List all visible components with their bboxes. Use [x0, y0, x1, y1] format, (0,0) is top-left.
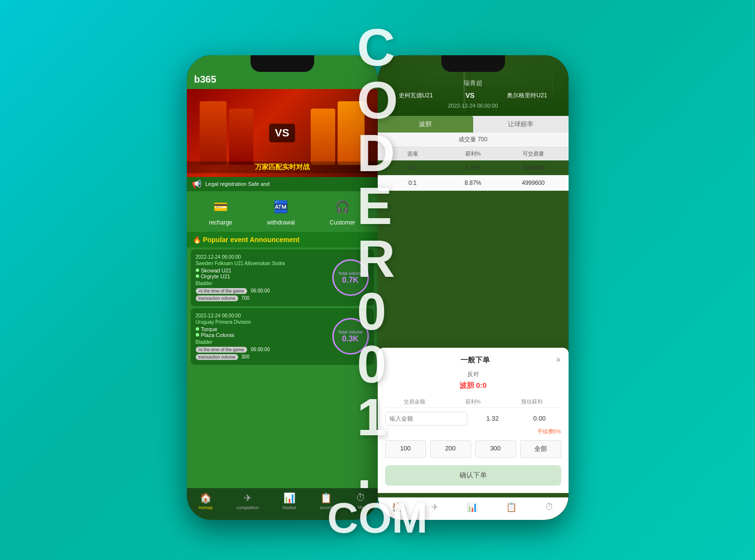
estimated-value: 0.00 — [518, 415, 561, 422]
event-tag-2: At the time of the game — [196, 347, 247, 353]
event-team2-1: Orgryte U21 — [196, 273, 327, 279]
event-team1-1: Skowad U21 — [196, 268, 327, 273]
bottom-nav-left: 🏠 Homep ✈ competition 📊 Market 📋 record … — [187, 488, 378, 520]
fee-label: 手续费5% — [385, 428, 561, 435]
odds-row-2[interactable]: 0:1 8.87% 4999600 — [378, 176, 569, 191]
transaction-label-1: transaction volume — [196, 295, 239, 301]
odds-tradable-2: 4999600 — [503, 179, 563, 186]
odds-profit-1: 1.32% — [443, 164, 503, 171]
scrolling-notice: 📢 Legal registration Safe and — [187, 177, 378, 191]
app-title: b365 — [194, 74, 217, 85]
odds-tradable-1: 5000000 — [503, 164, 563, 171]
event-league-1: Sweden Folksam U21 Allsvenskan Sodra — [196, 261, 327, 266]
tab-row: 波胆 让球赔率 — [378, 116, 569, 133]
volume-circle-2: Total volume 0.3K — [332, 318, 369, 355]
odds-row-1[interactable]: 0:0 1.32% 5000000 — [378, 160, 569, 176]
recharge-button[interactable]: 💳 recharge — [209, 197, 232, 226]
competition-icon: ✈ — [244, 492, 252, 504]
team-name-1a: Skowad U21 — [201, 268, 231, 273]
match-teams: 史柯瓦德U21 VS 奥尔格里特U21 — [383, 91, 564, 100]
banner: VS 万家匹配实时对战 — [187, 89, 378, 177]
team-dot-2 — [196, 274, 199, 278]
league-name: 瑞青超 — [383, 79, 564, 88]
team-name-2a: Torque — [201, 326, 218, 332]
nav-competition[interactable]: ✈ competition — [236, 492, 259, 510]
volume-circle-1: Total volume 0.7K — [332, 259, 369, 296]
team-dot-4 — [196, 333, 199, 336]
r-nav-competition[interactable]: ✈ — [431, 502, 438, 513]
home-icon: 🏠 — [200, 492, 212, 504]
quick-100[interactable]: 100 — [385, 440, 426, 458]
volume-value-2: 0.3K — [342, 335, 359, 343]
event-meta-1: At the time of the game 06:00:00 — [196, 288, 327, 294]
quick-all[interactable]: 全部 — [520, 440, 561, 458]
popular-title: 🔥 Popular event Announcement — [193, 236, 300, 244]
tab-bodang[interactable]: 波胆 — [378, 116, 473, 133]
market-icon: 📊 — [283, 492, 296, 504]
r-nav-my[interactable]: ⏱ — [545, 502, 554, 513]
action-buttons-row: 💳 recharge 🏧 withdrawal 🎧 Customer — [187, 191, 378, 232]
order-panel: 一般下单 × 反对 波胆 0:0 交易金额 获利% 预估获利 1.32 0.00… — [378, 348, 569, 493]
order-cols-header: 交易金额 获利% 预估获利 — [385, 396, 561, 408]
event-date-2: 2022-12-24 06:00:00 — [196, 313, 327, 318]
order-col-2: 获利% — [444, 398, 503, 405]
quick-200[interactable]: 200 — [430, 440, 471, 458]
phone-notch-right — [441, 55, 505, 72]
nav-record[interactable]: 📋 record — [320, 492, 332, 510]
customer-button[interactable]: 🎧 Customer — [330, 197, 355, 226]
event-team1-2: Torque — [196, 326, 327, 332]
event-tag-1: At the time of the game — [196, 288, 247, 294]
event-time-2: 06:00:00 — [251, 347, 270, 353]
r-my-icon: ⏱ — [545, 502, 554, 512]
confirm-order-button[interactable]: 确认下单 — [385, 465, 561, 486]
profit-value: 1.32 — [471, 415, 514, 422]
nav-record-label: record — [320, 505, 332, 510]
recharge-label: recharge — [209, 219, 232, 226]
quick-300[interactable]: 300 — [475, 440, 516, 458]
close-button[interactable]: × — [556, 355, 561, 365]
r-competition-icon: ✈ — [431, 502, 438, 513]
odds-header: 选项 获利% 可交易量 — [378, 147, 569, 160]
event-date-1: 2022-12-24 06:00:00 — [196, 254, 327, 260]
right-phone: 瑞青超 史柯瓦德U21 VS 奥尔格里特U21 2022-12-24 06:00… — [378, 55, 569, 520]
left-phone: b365 VS — [187, 55, 378, 520]
event-meta-2: At the time of the game 06:00:00 — [196, 347, 327, 353]
transaction-value-1: 700 — [241, 295, 250, 301]
r-nav-home[interactable]: 🏠 — [392, 502, 403, 513]
event-league-2: Uruguay Primera Division — [196, 319, 327, 325]
r-home-icon: 🏠 — [392, 502, 403, 513]
amount-input[interactable] — [385, 412, 467, 426]
nav-my-label: My — [358, 505, 364, 510]
withdrawal-button[interactable]: 🏧 withdrawal — [267, 197, 295, 226]
odds-col-3: 可交易量 — [503, 150, 563, 157]
r-nav-market[interactable]: 📊 — [467, 502, 478, 513]
customer-icon: 🎧 — [331, 197, 353, 217]
order-col-3: 预估获利 — [503, 398, 561, 405]
withdrawal-label: withdrawal — [267, 219, 295, 226]
popular-header: 🔥 Popular event Announcement — [187, 232, 378, 247]
nav-home[interactable]: 🏠 Homep — [199, 492, 213, 510]
r-nav-record[interactable]: 📋 — [506, 502, 517, 513]
tab-handicap[interactable]: 让球赔率 — [473, 116, 569, 133]
nav-market[interactable]: 📊 Market — [282, 492, 296, 510]
event-card-1[interactable]: 2022-12-24 06:00:00 Sweden Folksam U21 A… — [191, 249, 374, 306]
vs-badge: VS — [465, 91, 475, 99]
order-against: 反对 — [385, 370, 561, 379]
withdrawal-icon: 🏧 — [270, 197, 292, 217]
volume-row: 成交量 700 — [378, 133, 569, 147]
nav-my[interactable]: ⏱ My — [356, 492, 366, 510]
event-type-2: Bladder — [196, 339, 327, 345]
team-name-2b: Plaza Colonia — [201, 332, 234, 338]
volume-label-1: Total volume — [338, 271, 363, 276]
match-time: 2022-12-24 06:00:00 — [383, 103, 564, 109]
event-info-2: 2022-12-24 06:00:00 Uruguay Primera Divi… — [196, 313, 327, 360]
right-bottom-nav: 🏠 ✈ 📊 📋 ⏱ — [378, 497, 569, 520]
event-card-2[interactable]: 2022-12-24 06:00:00 Uruguay Primera Divi… — [191, 308, 374, 365]
event-team2-2: Plaza Colonia — [196, 332, 327, 338]
order-input-row: 1.32 0.00 — [385, 412, 561, 426]
odds-col-1: 选项 — [383, 150, 443, 157]
team-dot-1 — [196, 269, 199, 272]
order-bet-type: 波胆 0:0 — [385, 381, 561, 390]
banner-title: 万家匹配实时对战 — [187, 161, 378, 173]
team-home: 史柯瓦德U21 — [399, 91, 433, 100]
